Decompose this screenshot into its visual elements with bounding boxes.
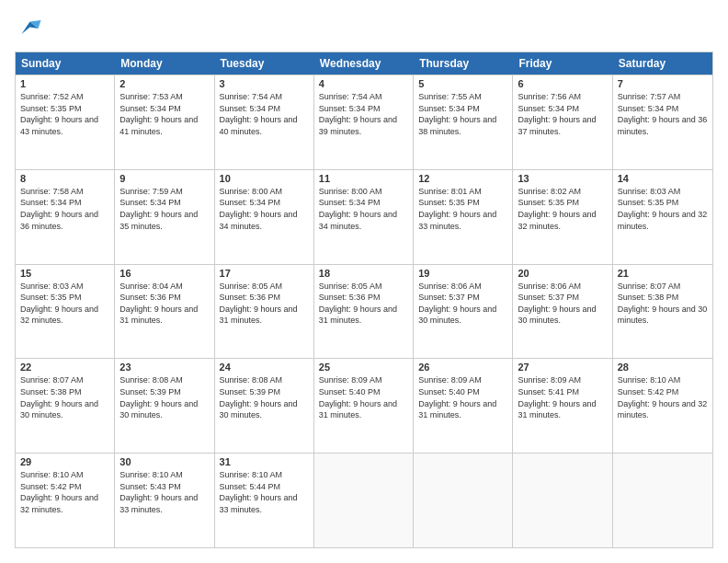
day-number: 18: [319, 268, 408, 279]
sunrise: Sunrise: 8:01 AM: [418, 187, 482, 196]
sunset: Sunset: 5:36 PM: [119, 293, 181, 302]
weekday-header-monday: Monday: [115, 52, 214, 75]
daylight: Daylight: 9 hours and 38 minutes.: [418, 115, 496, 136]
day-info: Sunrise: 7:54 AMSunset: 5:34 PMDaylight:…: [319, 91, 408, 137]
day-info: Sunrise: 8:07 AMSunset: 5:38 PMDaylight:…: [20, 374, 109, 420]
sunrise: Sunrise: 8:06 AM: [518, 282, 581, 291]
day-number: 9: [119, 173, 209, 184]
sunrise: Sunrise: 8:10 AM: [20, 470, 84, 479]
day-cell-28: 28Sunrise: 8:10 AMSunset: 5:42 PMDayligh…: [613, 359, 712, 453]
sunset: Sunset: 5:34 PM: [418, 104, 480, 113]
daylight: Daylight: 9 hours and 32 minutes.: [20, 493, 98, 514]
sunset: Sunset: 5:35 PM: [518, 198, 579, 207]
sunrise: Sunrise: 7:55 AM: [418, 92, 482, 101]
day-cell-31: 31Sunrise: 8:10 AMSunset: 5:44 PMDayligh…: [215, 454, 314, 547]
day-cell-17: 17Sunrise: 8:05 AMSunset: 5:36 PMDayligh…: [215, 265, 314, 359]
day-info: Sunrise: 8:10 AMSunset: 5:42 PMDaylight:…: [618, 374, 708, 420]
logo-icon: [15, 15, 42, 42]
day-number: 28: [618, 362, 708, 373]
day-cell-24: 24Sunrise: 8:08 AMSunset: 5:39 PMDayligh…: [215, 359, 314, 453]
day-cell-18: 18Sunrise: 8:05 AMSunset: 5:36 PMDayligh…: [314, 265, 414, 359]
sunset: Sunset: 5:34 PM: [319, 198, 381, 207]
day-info: Sunrise: 8:10 AMSunset: 5:44 PMDaylight:…: [220, 469, 309, 515]
day-number: 31: [220, 456, 309, 467]
sunrise: Sunrise: 8:08 AM: [220, 375, 283, 385]
sunrise: Sunrise: 8:00 AM: [319, 187, 382, 196]
day-info: Sunrise: 7:58 AMSunset: 5:34 PMDaylight:…: [20, 186, 109, 232]
day-cell-22: 22Sunrise: 8:07 AMSunset: 5:38 PMDayligh…: [16, 359, 115, 453]
day-cell-8: 8Sunrise: 7:58 AMSunset: 5:34 PMDaylight…: [16, 170, 115, 264]
sunrise: Sunrise: 8:10 AM: [119, 470, 183, 479]
day-info: Sunrise: 8:09 AMSunset: 5:40 PMDaylight:…: [319, 374, 408, 420]
calendar-header: SundayMondayTuesdayWednesdayThursdayFrid…: [16, 52, 712, 75]
day-cell-12: 12Sunrise: 8:01 AMSunset: 5:35 PMDayligh…: [414, 170, 513, 264]
day-info: Sunrise: 8:05 AMSunset: 5:36 PMDaylight:…: [220, 281, 309, 327]
sunrise: Sunrise: 8:10 AM: [220, 470, 283, 479]
daylight: Daylight: 9 hours and 33 minutes.: [220, 493, 298, 514]
sunset: Sunset: 5:37 PM: [518, 293, 579, 302]
sunset: Sunset: 5:34 PM: [518, 104, 579, 113]
sunrise: Sunrise: 8:03 AM: [20, 282, 84, 291]
daylight: Daylight: 9 hours and 31 minutes.: [518, 399, 596, 420]
day-number: 29: [20, 456, 109, 467]
sunset: Sunset: 5:42 PM: [20, 482, 82, 491]
daylight: Daylight: 9 hours and 36 minutes.: [618, 115, 708, 136]
weekday-header-tuesday: Tuesday: [215, 52, 314, 75]
day-cell-4: 4Sunrise: 7:54 AMSunset: 5:34 PMDaylight…: [314, 75, 414, 169]
weekday-header-wednesday: Wednesday: [314, 52, 414, 75]
day-info: Sunrise: 8:09 AMSunset: 5:41 PMDaylight:…: [518, 374, 607, 420]
daylight: Daylight: 9 hours and 32 minutes.: [618, 210, 708, 231]
day-cell-21: 21Sunrise: 8:07 AMSunset: 5:38 PMDayligh…: [613, 265, 712, 359]
sunset: Sunset: 5:36 PM: [220, 293, 281, 302]
day-cell-10: 10Sunrise: 8:00 AMSunset: 5:34 PMDayligh…: [215, 170, 314, 264]
day-number: 30: [119, 456, 209, 467]
page: SundayMondayTuesdayWednesdayThursdayFrid…: [0, 0, 728, 563]
day-info: Sunrise: 8:03 AMSunset: 5:35 PMDaylight:…: [20, 281, 109, 327]
day-cell-2: 2Sunrise: 7:53 AMSunset: 5:34 PMDaylight…: [115, 75, 214, 169]
day-number: 24: [220, 362, 309, 373]
day-cell-23: 23Sunrise: 8:08 AMSunset: 5:39 PMDayligh…: [115, 359, 214, 453]
sunset: Sunset: 5:42 PM: [618, 387, 679, 396]
sunset: Sunset: 5:35 PM: [418, 198, 480, 207]
sunset: Sunset: 5:34 PM: [319, 104, 381, 113]
day-info: Sunrise: 8:01 AMSunset: 5:35 PMDaylight:…: [418, 186, 507, 232]
day-info: Sunrise: 7:55 AMSunset: 5:34 PMDaylight:…: [418, 91, 507, 137]
sunset: Sunset: 5:40 PM: [319, 387, 381, 396]
sunset: Sunset: 5:44 PM: [220, 482, 281, 491]
day-info: Sunrise: 8:03 AMSunset: 5:35 PMDaylight:…: [618, 186, 708, 232]
week-row-4: 22Sunrise: 8:07 AMSunset: 5:38 PMDayligh…: [16, 358, 712, 453]
daylight: Daylight: 9 hours and 30 minutes.: [220, 399, 298, 420]
sunset: Sunset: 5:34 PM: [618, 104, 679, 113]
sunrise: Sunrise: 8:10 AM: [618, 375, 681, 385]
daylight: Daylight: 9 hours and 30 minutes.: [518, 304, 596, 326]
daylight: Daylight: 9 hours and 30 minutes.: [119, 399, 198, 420]
day-cell-30: 30Sunrise: 8:10 AMSunset: 5:43 PMDayligh…: [115, 454, 214, 547]
sunrise: Sunrise: 8:02 AM: [518, 187, 581, 196]
day-info: Sunrise: 8:06 AMSunset: 5:37 PMDaylight:…: [418, 281, 507, 327]
day-info: Sunrise: 8:08 AMSunset: 5:39 PMDaylight:…: [220, 374, 309, 420]
sunrise: Sunrise: 8:09 AM: [518, 375, 581, 385]
day-cell-15: 15Sunrise: 8:03 AMSunset: 5:35 PMDayligh…: [16, 265, 115, 359]
day-cell-7: 7Sunrise: 7:57 AMSunset: 5:34 PMDaylight…: [613, 75, 712, 169]
day-number: 15: [20, 268, 109, 279]
weekday-header-thursday: Thursday: [414, 52, 513, 75]
day-number: 7: [618, 78, 708, 89]
day-cell-14: 14Sunrise: 8:03 AMSunset: 5:35 PMDayligh…: [613, 170, 712, 264]
week-row-2: 8Sunrise: 7:58 AMSunset: 5:34 PMDaylight…: [16, 169, 712, 264]
sunset: Sunset: 5:38 PM: [20, 387, 82, 396]
day-number: 2: [119, 78, 209, 89]
day-cell-19: 19Sunrise: 8:06 AMSunset: 5:37 PMDayligh…: [414, 265, 513, 359]
week-row-3: 15Sunrise: 8:03 AMSunset: 5:35 PMDayligh…: [16, 264, 712, 359]
day-info: Sunrise: 8:00 AMSunset: 5:34 PMDaylight:…: [220, 186, 309, 232]
day-number: 11: [319, 173, 408, 184]
day-number: 16: [119, 268, 209, 279]
daylight: Daylight: 9 hours and 34 minutes.: [220, 210, 298, 231]
sunrise: Sunrise: 7:59 AM: [119, 187, 183, 196]
daylight: Daylight: 9 hours and 43 minutes.: [20, 115, 98, 136]
day-info: Sunrise: 8:04 AMSunset: 5:36 PMDaylight:…: [119, 281, 209, 327]
day-info: Sunrise: 8:10 AMSunset: 5:42 PMDaylight:…: [20, 469, 109, 515]
empty-cell: [613, 454, 712, 547]
sunrise: Sunrise: 7:56 AM: [518, 92, 581, 101]
sunrise: Sunrise: 8:08 AM: [119, 375, 183, 385]
day-number: 12: [418, 173, 507, 184]
